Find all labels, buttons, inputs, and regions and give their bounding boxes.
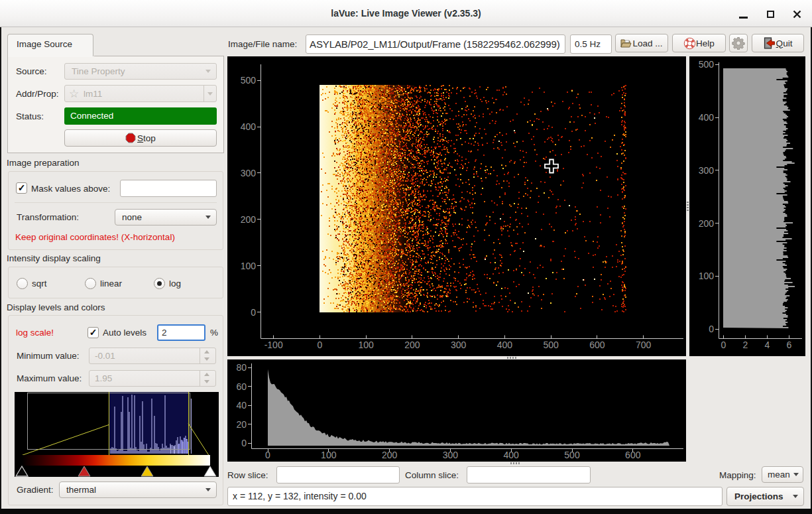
svg-text:500: 500 (241, 75, 257, 86)
svg-text:80: 80 (236, 362, 247, 373)
svg-text:2: 2 (743, 340, 748, 350)
svg-text:400: 400 (241, 121, 257, 132)
svg-text:200: 200 (382, 450, 398, 460)
svg-text:300: 300 (451, 340, 467, 350)
svg-text:0: 0 (709, 324, 714, 334)
svg-text:500: 500 (699, 59, 715, 70)
svg-text:100: 100 (359, 340, 375, 350)
svg-text:100: 100 (699, 271, 715, 281)
svg-text:300: 300 (699, 165, 715, 176)
svg-text:400: 400 (497, 340, 513, 350)
svg-text:100: 100 (321, 450, 337, 460)
svg-text:700: 700 (636, 340, 652, 350)
svg-text:500: 500 (544, 340, 559, 350)
svg-text:100: 100 (241, 261, 257, 271)
svg-text:60: 60 (236, 381, 247, 392)
svg-text:0: 0 (251, 307, 256, 318)
svg-text:200: 200 (241, 214, 257, 225)
svg-text:6: 6 (787, 340, 792, 350)
svg-text:600: 600 (589, 340, 605, 350)
svg-text:400: 400 (504, 450, 520, 460)
svg-text:0: 0 (241, 438, 247, 448)
svg-text:600: 600 (625, 450, 641, 460)
svg-text:20: 20 (236, 419, 247, 430)
svg-text:0: 0 (318, 340, 323, 350)
svg-text:200: 200 (404, 340, 420, 350)
svg-text:400: 400 (699, 112, 715, 123)
svg-text:300: 300 (443, 450, 459, 460)
svg-text:500: 500 (564, 450, 580, 460)
svg-text:0: 0 (721, 340, 726, 350)
svg-text:4: 4 (765, 340, 770, 350)
svg-text:-100: -100 (264, 340, 283, 350)
svg-text:300: 300 (241, 168, 257, 178)
svg-text:40: 40 (236, 400, 247, 411)
svg-text:200: 200 (699, 218, 715, 229)
svg-text:0: 0 (265, 450, 270, 460)
